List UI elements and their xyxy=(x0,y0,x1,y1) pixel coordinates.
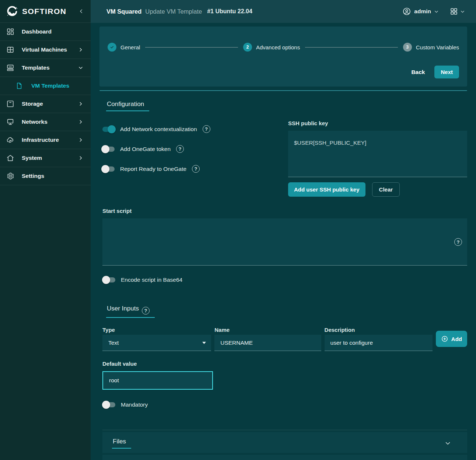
report-ready-toggle[interactable] xyxy=(102,166,115,172)
chevron-right-icon xyxy=(78,155,83,161)
toggle-label: Add OneGate token xyxy=(120,146,171,152)
softiron-logo-icon xyxy=(6,5,18,18)
plus-circle-icon xyxy=(441,335,448,343)
home-icon xyxy=(6,154,15,162)
infrastructure-cloud-icon xyxy=(6,136,15,144)
default-value-input[interactable] xyxy=(102,371,213,390)
add-user-input-button[interactable]: Add xyxy=(436,331,467,347)
sidebar-item-label: Dashboard xyxy=(22,28,52,35)
templates-icon xyxy=(6,64,15,72)
chevron-right-icon xyxy=(78,119,83,124)
sidebar-item-networks[interactable]: Networks xyxy=(0,113,91,131)
user-avatar-icon xyxy=(402,7,411,16)
database-icon xyxy=(130,90,137,91)
page-title: Update VM Template xyxy=(145,8,202,15)
select-caret-icon xyxy=(202,342,206,344)
sidebar-item-templates[interactable]: Templates xyxy=(0,59,91,77)
app-root: SOFTIRON Dashboard Virtual Machines xyxy=(0,0,476,460)
network-contextualization-toggle[interactable] xyxy=(102,127,115,132)
step-connector xyxy=(145,47,238,48)
toggle-label: Encode script in Base64 xyxy=(121,277,182,283)
sidebar-item-virtual-machines[interactable]: Virtual Machines xyxy=(0,41,91,59)
tab-network[interactable]: Network xyxy=(167,91,213,91)
help-icon[interactable]: ? xyxy=(176,145,184,153)
sidebar-item-vm-templates[interactable]: VM Templates xyxy=(0,77,91,95)
tab-input-output[interactable]: Input / Output xyxy=(265,91,324,91)
description-input[interactable] xyxy=(325,335,433,351)
tab-context[interactable]: Context xyxy=(324,91,368,91)
step-label: Advanced options xyxy=(256,44,300,50)
sidebar-item-label: Storage xyxy=(22,101,43,107)
sidebar-nav: Dashboard Virtual Machines Templates xyxy=(0,23,91,185)
apps-menu[interactable] xyxy=(450,7,465,15)
tab-label: Context xyxy=(342,90,361,91)
sidebar-item-label: VM Templates xyxy=(31,82,69,89)
networks-icon xyxy=(6,118,15,126)
start-script-textarea[interactable] xyxy=(102,218,467,266)
sidebar-item-label: Templates xyxy=(22,64,50,71)
brand-name: SOFTIRON xyxy=(22,7,67,16)
tab-label: Network xyxy=(185,90,206,91)
dashboard-icon xyxy=(6,28,15,36)
clear-ssh-key-button[interactable]: Clear xyxy=(372,182,400,197)
sidebar-item-system[interactable]: System xyxy=(0,149,91,167)
help-icon[interactable]: ? xyxy=(203,125,210,133)
next-button[interactable]: Next xyxy=(434,66,459,78)
onegate-token-toggle[interactable] xyxy=(102,147,115,152)
toggle-label: Mandatory xyxy=(121,401,148,408)
step-number: 2 xyxy=(243,43,252,52)
context-custom-variables-accordion[interactable]: Context Custom Variables? xyxy=(102,455,467,460)
sidebar: SOFTIRON Dashboard Virtual Machines xyxy=(0,0,91,460)
help-icon[interactable]: ? xyxy=(192,165,200,173)
sidebar-item-label: Virtual Machines xyxy=(22,46,67,53)
chevron-right-icon xyxy=(78,101,83,106)
user-menu[interactable]: admin xyxy=(402,7,439,16)
info-circle-icon xyxy=(220,90,227,91)
add-user-ssh-key-button[interactable]: Add user SSH public key xyxy=(288,182,365,197)
help-icon[interactable]: ? xyxy=(454,238,462,246)
type-label: Type xyxy=(102,327,211,333)
sidebar-item-label: System xyxy=(22,155,42,161)
back-button[interactable]: Back xyxy=(410,66,426,78)
chevron-down-icon xyxy=(460,9,465,14)
type-select-value: Text xyxy=(108,340,119,346)
wizard-steps: General 2 Advanced options 3 Custom Vari… xyxy=(108,43,459,52)
type-select[interactable]: Text xyxy=(102,335,211,351)
file-icon xyxy=(15,82,24,89)
tab-storage[interactable]: Storage xyxy=(123,91,167,91)
tab-label: Storage xyxy=(140,90,160,91)
step-general: General xyxy=(108,43,140,52)
add-button-label: Add xyxy=(451,336,462,342)
name-input[interactable] xyxy=(214,335,321,351)
step-label: General xyxy=(120,44,140,50)
tab-os-cpu[interactable]: OS & CPU xyxy=(213,91,265,91)
ssh-public-key-textarea[interactable]: $USER[SSH_PUBLIC_KEY] xyxy=(288,131,467,177)
help-icon[interactable]: ? xyxy=(142,307,150,315)
tab-label: OS & CPU xyxy=(231,90,258,91)
tab-label: Input / Output xyxy=(283,90,317,91)
configuration-heading: Configuration xyxy=(106,101,149,111)
files-heading: Files xyxy=(112,438,131,449)
apps-grid-icon xyxy=(450,7,458,15)
name-label: Name xyxy=(214,327,321,333)
sidebar-item-settings[interactable]: Settings xyxy=(0,167,91,185)
sidebar-item-infrastructure[interactable]: Infrastructure xyxy=(0,131,91,149)
storage-icon xyxy=(6,100,15,108)
mandatory-toggle[interactable] xyxy=(103,402,115,407)
sidebar-item-storage[interactable]: Storage xyxy=(0,95,91,113)
toggle-row-encode-base64: Encode script in Base64 xyxy=(103,277,467,283)
resource-title: #1 Ubuntu 22.04 xyxy=(207,8,252,15)
tab-schedule-action[interactable]: Schedule Action xyxy=(369,91,434,91)
chevron-down-icon[interactable] xyxy=(445,440,451,446)
encode-base64-toggle[interactable] xyxy=(103,277,115,282)
sidebar-collapse-button[interactable] xyxy=(78,8,84,14)
files-accordion[interactable]: Files xyxy=(102,432,467,453)
folder-icon xyxy=(331,90,339,91)
virtual-machines-icon xyxy=(6,46,15,54)
toggle-row-mandatory: Mandatory xyxy=(103,401,467,408)
toggle-label: Add Network contextualization xyxy=(120,126,197,133)
sidebar-item-label: Infrastructure xyxy=(22,137,59,143)
sidebar-item-dashboard[interactable]: Dashboard xyxy=(0,23,91,41)
start-script-label: Start script xyxy=(102,208,467,214)
toggle-row-onegate-token: Add OneGate token ? xyxy=(102,145,288,153)
